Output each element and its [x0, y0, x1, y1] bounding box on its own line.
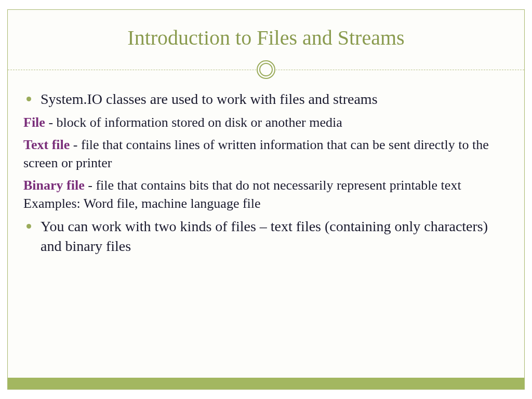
term-binary-file: Binary file	[23, 178, 85, 193]
bullet-text: System.IO classes are used to work with …	[41, 89, 378, 109]
slide: Introduction to Files and Streams System…	[7, 9, 525, 390]
term-text-file: Text file	[23, 137, 70, 152]
title-divider	[8, 59, 524, 80]
def-file-body: - block of information stored on disk or…	[45, 115, 342, 130]
term-file: File	[23, 115, 45, 130]
bullet-item: You can work with two kinds of files – t…	[23, 217, 509, 256]
bullet-dot-icon	[26, 97, 31, 101]
def-text-file-body: - file that contains lines of written in…	[23, 137, 489, 170]
definition-binary-file: Binary file - file that contains bits th…	[23, 176, 509, 212]
definition-text-file: Text file - file that contains lines of …	[23, 136, 509, 172]
footer-bar	[8, 378, 524, 389]
content-area: System.IO classes are used to work with …	[8, 80, 524, 256]
bullet-text: You can work with two kinds of files – t…	[41, 217, 509, 256]
slide-title: Introduction to Files and Streams	[8, 10, 524, 59]
bullet-dot-icon	[26, 224, 31, 229]
def-binary-file-body: - file that contains bits that do not ne…	[23, 178, 461, 211]
ring-icon	[256, 60, 276, 79]
definition-file: File - block of information stored on di…	[23, 113, 509, 131]
bullet-item: System.IO classes are used to work with …	[23, 89, 509, 109]
